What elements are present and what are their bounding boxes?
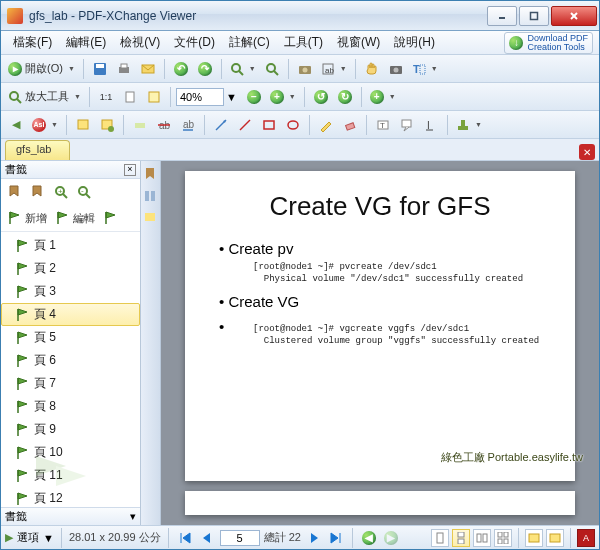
bookmark-zoomin-button[interactable]: + — [51, 182, 71, 202]
svg-rect-23 — [126, 92, 134, 102]
asl-button[interactable]: Asl▼ — [29, 114, 61, 136]
first-page-button[interactable] — [176, 529, 194, 547]
menu-document[interactable]: 文件(D) — [168, 32, 221, 53]
bookmark-item[interactable]: 頁 8 — [1, 395, 140, 418]
bookmark-flag-icon — [16, 400, 30, 414]
bookmark-item[interactable]: 頁 3 — [1, 280, 140, 303]
eraser-annot-button[interactable] — [339, 114, 361, 136]
rail-thumbs-button[interactable] — [143, 189, 159, 205]
oval-annot-button[interactable] — [282, 114, 304, 136]
typewriter-button[interactable]: I — [420, 114, 442, 136]
nav-back-button[interactable]: ◀ — [360, 529, 378, 547]
menu-edit[interactable]: 編輯(E) — [60, 32, 112, 53]
bookmark-item[interactable]: 頁 11 — [1, 464, 140, 487]
options-button[interactable]: 選項 — [17, 530, 39, 545]
add-button[interactable]: +▼ — [367, 86, 399, 108]
next-page-button[interactable] — [305, 529, 323, 547]
bookmark-item[interactable]: 頁 5 — [1, 326, 140, 349]
zoom-in-button[interactable]: +▼ — [267, 86, 299, 108]
rail-comments-button[interactable] — [143, 211, 159, 227]
bookmark-collapse-button[interactable] — [28, 182, 48, 202]
prev-annot-button[interactable]: ◀ — [5, 114, 27, 136]
close-button[interactable] — [551, 6, 597, 26]
page-number-input[interactable] — [220, 530, 260, 546]
download-tools-button[interactable]: ↓ Download PDF Creation Tools — [504, 32, 593, 54]
callout-annot-button[interactable] — [396, 114, 418, 136]
zoom-out-button[interactable]: − — [243, 86, 265, 108]
arrow-annot-button[interactable] — [210, 114, 232, 136]
stamp-button[interactable]: ▼ — [453, 114, 485, 136]
menu-window[interactable]: 視窗(W) — [331, 32, 386, 53]
print-button[interactable] — [113, 58, 135, 80]
strikeout-button[interactable]: ab — [153, 114, 175, 136]
bookmark-goto-button[interactable] — [101, 208, 121, 228]
snapshot-tool-button[interactable] — [385, 58, 407, 80]
menu-view[interactable]: 檢視(V) — [114, 32, 166, 53]
adobe-button[interactable]: A — [577, 529, 595, 547]
underline-button[interactable]: ab — [177, 114, 199, 136]
maximize-button[interactable] — [519, 6, 549, 26]
bookmark-new-button[interactable]: 新增 — [5, 208, 50, 228]
bookmark-item[interactable]: 頁 10 — [1, 441, 140, 464]
bookmark-item[interactable]: 頁 2 — [1, 257, 140, 280]
bookmark-item[interactable]: 頁 9 — [1, 418, 140, 441]
snapshot-button[interactable] — [294, 58, 316, 80]
menu-file[interactable]: 檔案(F) — [7, 32, 58, 53]
document-tab[interactable]: gfs_lab — [5, 140, 70, 160]
last-page-button[interactable] — [327, 529, 345, 547]
rect-annot-button[interactable] — [258, 114, 280, 136]
note-annot-button[interactable] — [72, 114, 94, 136]
rotate-ccw-button[interactable]: ↺ — [310, 86, 332, 108]
line-annot-button[interactable] — [234, 114, 256, 136]
layout-single-button[interactable] — [431, 529, 449, 547]
bookmark-flag-icon — [16, 354, 30, 368]
fit-page-button[interactable] — [119, 86, 141, 108]
attach-annot-button[interactable] — [96, 114, 118, 136]
bookmark-expand-button[interactable] — [5, 182, 25, 202]
find-button[interactable]: ▼ — [227, 58, 259, 80]
undo-button[interactable]: ↶ — [170, 58, 192, 80]
svg-text:+: + — [58, 187, 63, 196]
bookmark-item[interactable]: 頁 4 — [1, 303, 140, 326]
layout-facing-button[interactable] — [473, 529, 491, 547]
pencil-annot-button[interactable] — [315, 114, 337, 136]
hand-tool-button[interactable] — [361, 58, 383, 80]
redo-button[interactable]: ↷ — [194, 58, 216, 80]
zoom-input[interactable] — [176, 88, 224, 106]
fit-width-button[interactable] — [143, 86, 165, 108]
textbox-annot-button[interactable]: T — [372, 114, 394, 136]
highlight-button[interactable] — [129, 114, 151, 136]
bookmarks-close-button[interactable]: × — [124, 164, 136, 176]
layout-facing-cont-button[interactable] — [494, 529, 512, 547]
bookmark-item[interactable]: 頁 7 — [1, 372, 140, 395]
menu-help[interactable]: 說明(H) — [388, 32, 441, 53]
open-button[interactable]: ▸ 開啟(O)▼ — [5, 58, 78, 80]
bookmark-item[interactable]: 頁 6 — [1, 349, 140, 372]
save-button[interactable] — [89, 58, 111, 80]
layout-book-button[interactable] — [525, 529, 543, 547]
nav-fwd-button[interactable]: ▶ — [382, 529, 400, 547]
prev-page-button[interactable] — [198, 529, 216, 547]
actual-size-button[interactable]: 1:1 — [95, 86, 117, 108]
email-button[interactable] — [137, 58, 159, 80]
layout-book2-button[interactable] — [546, 529, 564, 547]
minimize-button[interactable] — [487, 6, 517, 26]
menu-comment[interactable]: 註解(C) — [223, 32, 276, 53]
layout-continuous-button[interactable] — [452, 529, 470, 547]
zoom-tool-button[interactable]: 放大工具▼ — [5, 86, 84, 108]
menu-tools[interactable]: 工具(T) — [278, 32, 329, 53]
document-viewport[interactable]: Create VG for GFS • Create pv [root@node… — [161, 161, 599, 525]
bookmark-zoomout-button[interactable]: - — [74, 182, 94, 202]
bookmarks-list[interactable]: 頁 1頁 2頁 3頁 4頁 5頁 6頁 7頁 8頁 9頁 10頁 11頁 12頁… — [1, 232, 140, 507]
rotate-cw-button[interactable]: ↻ — [334, 86, 356, 108]
toolbar-main: ▸ 開啟(O)▼ ↶ ↷ ▼ ab▼ T▼ — [1, 55, 599, 83]
close-document-button[interactable]: ✕ — [579, 144, 595, 160]
rail-bookmarks-button[interactable] — [143, 167, 159, 183]
bookmark-item[interactable]: 頁 12 — [1, 487, 140, 507]
ocr-button[interactable]: ab▼ — [318, 58, 350, 80]
select-tool-button[interactable]: T▼ — [409, 58, 441, 80]
bookmark-edit-button[interactable]: 編輯 — [53, 208, 98, 228]
bookmark-item[interactable]: 頁 1 — [1, 234, 140, 257]
search-button[interactable] — [261, 58, 283, 80]
document-tabstrip: gfs_lab ✕ — [1, 139, 599, 161]
